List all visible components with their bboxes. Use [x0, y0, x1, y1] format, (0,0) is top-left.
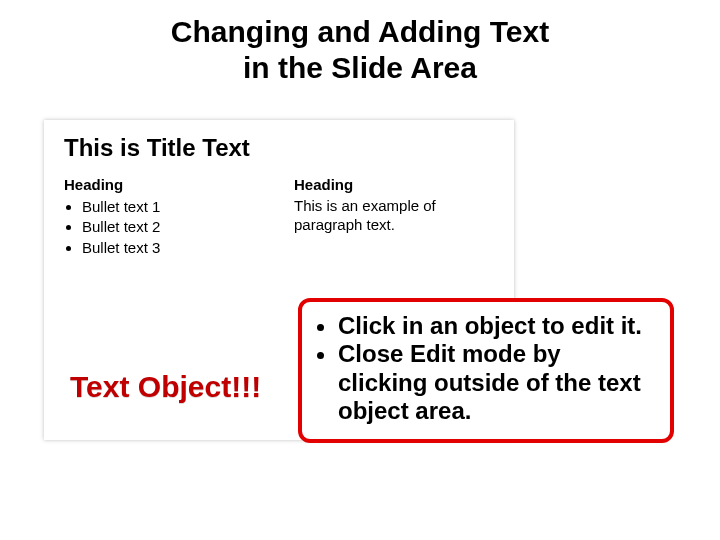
right-heading: Heading [294, 176, 484, 193]
slide-title-text[interactable]: This is Title Text [64, 134, 494, 162]
page-title-line-1: Changing and Adding Text [0, 14, 720, 50]
slide-columns: Heading Bullet text 1 Bullet text 2 Bull… [64, 176, 494, 258]
instruction-callout: Click in an object to edit it. Close Edi… [298, 298, 674, 443]
list-item: Bullet text 1 [82, 197, 254, 217]
list-item: Close Edit mode by clicking outside of t… [338, 340, 656, 425]
left-heading: Heading [64, 176, 254, 193]
list-item: Bullet text 3 [82, 238, 254, 258]
text-object-label[interactable]: Text Object!!! [70, 370, 261, 404]
right-paragraph: This is an example of paragraph text. [294, 197, 484, 235]
page-title: Changing and Adding Text in the Slide Ar… [0, 0, 720, 86]
slide-right-column[interactable]: Heading This is an example of paragraph … [294, 176, 484, 258]
left-bullet-list: Bullet text 1 Bullet text 2 Bullet text … [64, 197, 254, 258]
callout-bullet-list: Click in an object to edit it. Close Edi… [312, 312, 656, 425]
list-item: Bullet text 2 [82, 217, 254, 237]
page-title-line-2: in the Slide Area [0, 50, 720, 86]
list-item: Click in an object to edit it. [338, 312, 656, 340]
slide-left-column[interactable]: Heading Bullet text 1 Bullet text 2 Bull… [64, 176, 254, 258]
